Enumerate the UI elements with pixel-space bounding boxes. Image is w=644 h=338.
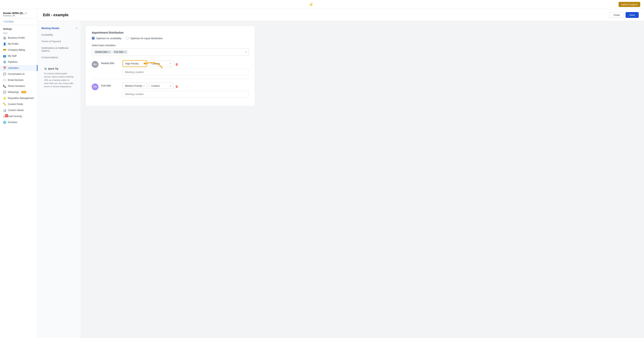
member-row-poki: PO Poki Billo Medium Priority ▾ Custom [92,83,249,97]
location-input-maddie[interactable] [122,69,249,75]
sidebar-item-label: Calendars [8,67,19,69]
support-button[interactable]: topline Support [618,2,640,7]
main-layout: Dunder Mifflin [D... ▾ Scranton, PA < Go… [0,9,644,338]
sidebar-item-my-profile[interactable]: 👤 My Profile [0,41,38,47]
radio-optimize-availability[interactable]: Optimize for availability [92,37,122,40]
sidebar-item-lead-scoring[interactable]: 📈 50 Lead Scoring [0,113,38,119]
custom-fields-icon: ✏️ [3,103,6,106]
close-button[interactable]: Close [610,12,624,18]
workspace-chevron-icon: ▾ [26,12,26,14]
avatar-poki: PO [92,84,98,90]
type-value-poki: Custom [152,84,160,87]
domains-icon: 🌐 [3,121,6,124]
save-button[interactable]: Save [626,12,639,18]
sidebar-item-business-profile[interactable]: 🏢 Business Profile [0,35,38,41]
lead-scoring-badge: 50 [5,114,8,117]
quick-tip-label: Quick Tip [48,67,58,71]
sidebar-item-domains[interactable]: 🌐 Domains [0,119,38,125]
building-icon: 🏢 [3,36,6,39]
sidebar-item-conversation-ai[interactable]: 💬 Conversation AI [0,71,38,77]
radio-optimize-equal[interactable]: Optimize for equal distribution [126,37,163,40]
remove-tag-poki[interactable]: ✕ [124,51,126,53]
member-name-poki: Poki Billo [101,84,120,87]
sidebar: Dunder Mifflin [D... ▾ Scranton, PA < Go… [0,9,38,338]
location-input-poki[interactable] [122,91,249,97]
beta-badge: beta [21,91,26,93]
settings-label: Settings [0,25,38,31]
tag-poki: Poki Billo ✕ [112,50,127,54]
member-name-maddie: Maddie Billo [101,62,120,65]
left-nav: Meeting Details › Availability Forms & P… [38,21,81,338]
form-area: Appointment Distribution Optimize for av… [81,21,644,338]
sidebar-item-email-services[interactable]: ✉️ Email Services [0,77,38,83]
apps-label: Apps [0,31,38,35]
tag-label: Maddie Billo [95,51,108,53]
delete-member-poki[interactable]: 🗑 [175,85,178,88]
page-header: Edit - example Close Save [38,9,644,21]
sidebar-item-label: Domains [8,121,17,124]
type-select-maddie[interactable]: Custom ▾ [149,61,174,67]
sidebar-item-whatsapp[interactable]: 💬 WhatsApp beta [0,89,38,95]
appointment-distribution-label: Appointment Distribution [92,31,249,34]
team-members-input[interactable]: Maddie Billo ✕ Poki Billo ✕ ▾ [92,48,249,56]
sidebar-item-phone-numbers[interactable]: 📞 Phone Numbers [0,83,38,89]
nav-label: Availability [42,33,53,36]
reputation-icon: ⭐ [3,97,6,100]
member-controls-maddie: High Priority ▾ [122,60,249,75]
quick-tip: ⚙️ Quick Tip To ensure uninterrupted acc… [42,65,77,91]
whatsapp-icon: 💬 [3,91,6,94]
sidebar-item-label: Pipelines [8,61,18,63]
calendars-icon: 📅 [3,67,6,70]
delete-member-maddie[interactable]: 🗑 [175,63,178,66]
select-chevron-icon: ▾ [144,85,144,87]
go-back-link[interactable]: < Go Back [0,19,38,25]
priority-select-maddie[interactable]: High Priority ▾ [122,60,147,67]
nav-item-availability[interactable]: Availability [38,32,81,38]
nav-item-customizations[interactable]: Customizations [38,54,81,61]
divider [92,79,249,79]
page-title: Edit - example [43,13,68,17]
remove-tag-maddie[interactable]: ✕ [108,51,110,53]
quick-tip-body: To ensure uninterrupted access, add a cu… [44,72,74,88]
workspace-selector[interactable]: Dunder Mifflin [D... ▾ Scranton, PA [0,9,38,19]
nav-label: Customizations [42,56,58,59]
sidebar-item-label: Lead Scoring [8,115,22,118]
sidebar-item-company-billing[interactable]: 💳 Company Billing [0,47,38,53]
sidebar-item-pipelines[interactable]: ⚙️ Pipelines [0,59,38,65]
sidebar-item-calendars[interactable]: 📅 Calendars [0,65,38,71]
chevron-right-icon: › [76,27,77,30]
priority-select-poki[interactable]: Medium Priority ▾ [122,83,147,89]
sidebar-item-reputation-management[interactable]: ⭐ Reputation Management [0,95,38,101]
sidebar-item-label: Email Services [8,79,24,81]
select-chevron-icon: ▾ [143,62,144,65]
sidebar-item-label: Custom Values [8,109,24,112]
quick-tip-title: ⚙️ Quick Tip [44,67,74,71]
sidebar-item-label: Business Profile [8,37,25,39]
radio-dot-selected [92,37,95,40]
email-icon: ✉️ [3,79,6,82]
staff-icon: 👥 [3,55,6,58]
nav-item-forms-payment[interactable]: Forms & Payment [38,38,81,45]
nav-item-meeting-details[interactable]: Meeting Details › [38,25,81,32]
member-row-top-poki: Medium Priority ▾ Custom ▾ 🗑 [122,83,249,89]
sidebar-item-label: Custom Fields [8,103,23,106]
nav-item-notifications[interactable]: Notifications & Additional Options [38,45,81,54]
radio-dot-unselected [126,37,129,40]
sidebar-item-custom-values[interactable]: 📊 Custom Values [0,107,38,113]
select-chevron-icon: ▾ [170,85,171,87]
conversation-ai-icon: 💬 [3,73,6,76]
custom-values-icon: 📊 [3,109,6,112]
nav-label: Notifications & Additional Options [42,47,77,52]
sidebar-item-my-staff[interactable]: 👥 My Staff [0,53,38,59]
priority-value-maddie: High Priority [125,62,138,65]
priority-value-poki: Medium Priority [125,84,142,87]
type-select-poki[interactable]: Custom ▾ [149,83,174,89]
sidebar-item-label: Company Billing [8,49,25,51]
topbar-right: topline Support [618,2,640,7]
workspace-name: Dunder Mifflin [D... ▾ [3,12,34,15]
lightning-icon: ⚡ [309,2,314,7]
type-value-maddie: Custom [152,62,160,65]
radio-label: Optimize for equal distribution [130,37,163,40]
phone-icon: 📞 [3,85,6,88]
sidebar-item-custom-fields[interactable]: ✏️ Custom Fields [0,101,38,107]
